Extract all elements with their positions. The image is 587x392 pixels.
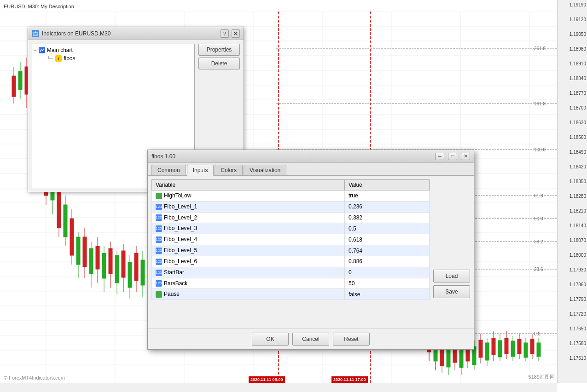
table-cell-variable: 123Fibo_Level_5 <box>152 245 345 256</box>
svg-text:61.8: 61.8 <box>534 193 543 198</box>
svg-rect-84 <box>141 260 145 285</box>
tab-visualization[interactable]: Visualization <box>244 165 286 175</box>
svg-rect-74 <box>109 248 112 274</box>
price-7: 1.18770 <box>570 91 586 96</box>
tab-inputs[interactable]: Inputs <box>187 165 214 176</box>
svg-rect-62 <box>70 219 74 255</box>
table-cell-value[interactable]: 0.764 <box>344 245 429 256</box>
indicators-help-button[interactable]: ? <box>221 29 229 38</box>
table-cell-value[interactable]: 0.236 <box>344 201 429 212</box>
table-row[interactable]: 123Fibo_Level_20.382 <box>152 212 430 223</box>
row-num-icon: 123 <box>156 270 162 276</box>
properties-button[interactable]: Properties <box>198 44 240 56</box>
tree-indicator[interactable]: └─ f fibos <box>34 55 192 62</box>
table-cell-value[interactable]: 0.382 <box>344 212 429 223</box>
tree-expand-icon: − <box>34 48 37 53</box>
cancel-button[interactable]: Cancel <box>292 333 329 346</box>
svg-rect-76 <box>115 255 119 283</box>
price-2: 1.19120 <box>570 17 586 22</box>
row-num-icon: 123 <box>156 214 162 221</box>
price-8: 1.18700 <box>570 105 586 110</box>
svg-rect-188 <box>492 338 495 355</box>
price-11: 1.18490 <box>570 150 586 155</box>
price-17: 1.18070 <box>570 238 586 243</box>
tree-main-chart-label: Main chart <box>47 47 73 53</box>
row-num-icon: 123 <box>156 236 162 243</box>
delete-button[interactable]: Delete <box>198 58 240 69</box>
table-row[interactable]: 123Fibo_Level_60.886 <box>152 256 430 267</box>
svg-rect-68 <box>89 248 93 274</box>
price-20: 1.17860 <box>570 282 586 287</box>
tree-chart-icon <box>39 47 45 53</box>
table-cell-value[interactable]: true <box>344 190 429 202</box>
price-13: 1.18350 <box>570 179 586 184</box>
timestamp-bar-2: 2020.11.11 17:00 <box>331 376 368 383</box>
table-cell-value[interactable]: 0.886 <box>344 256 429 267</box>
side-buttons: Load Save <box>433 179 470 300</box>
price-15: 1.18210 <box>570 208 586 213</box>
fibos-titlebar: fibos 1.00 ─ □ ✕ <box>148 150 474 163</box>
table-row[interactable]: 123Fibo_Level_40.618 <box>152 234 430 245</box>
price-21: 1.17790 <box>570 297 586 302</box>
table-row[interactable]: 123Fibo_Level_10.236 <box>152 201 430 212</box>
row-bool-icon <box>156 291 162 298</box>
table-row[interactable]: 123StartBar0 <box>152 267 430 278</box>
row-num-icon: 123 <box>156 280 162 287</box>
svg-rect-46 <box>18 71 22 90</box>
svg-rect-186 <box>485 343 489 360</box>
maximize-button[interactable]: □ <box>448 153 457 160</box>
tree-main-chart[interactable]: − Main chart <box>34 46 192 54</box>
svg-rect-200 <box>530 339 534 354</box>
fibos-dialog: fibos 1.00 ─ □ ✕ Common Inputs Colors Vi… <box>147 150 474 350</box>
row-num-icon: 123 <box>156 204 162 210</box>
price-3: 1.19050 <box>570 32 586 37</box>
svg-text:50.0: 50.0 <box>534 216 543 221</box>
svg-rect-58 <box>57 191 61 228</box>
price-10: 1.18560 <box>570 135 586 140</box>
indicators-title: Indicators on EURUSD,M30 <box>42 30 218 37</box>
price-14: 1.18280 <box>570 194 586 199</box>
svg-rect-196 <box>517 339 521 354</box>
watermark-right: 5189汇图网 <box>529 374 555 380</box>
col-header-value: Value <box>344 180 429 190</box>
svg-rect-60 <box>64 205 67 237</box>
svg-text:38.2: 38.2 <box>534 239 543 244</box>
tab-common[interactable]: Common <box>151 165 186 175</box>
svg-rect-192 <box>505 338 508 354</box>
save-button[interactable]: Save <box>433 285 470 298</box>
table-cell-value[interactable]: false <box>344 289 429 300</box>
svg-text:100.0: 100.0 <box>534 147 546 152</box>
tree-connector-icon: └─ <box>47 56 53 61</box>
svg-text:161.8: 161.8 <box>534 101 546 106</box>
table-row[interactable]: 123Fibo_Level_30.5 <box>152 223 430 234</box>
price-16: 1.18140 <box>570 223 586 228</box>
tab-colors[interactable]: Colors <box>215 165 243 175</box>
price-1: 1.19190 <box>570 2 586 7</box>
ok-button[interactable]: OK <box>252 333 289 346</box>
table-cell-variable: 123Fibo_Level_3 <box>152 223 345 234</box>
reset-button[interactable]: Reset <box>333 333 370 346</box>
indicators-close-button[interactable]: ✕ <box>232 29 240 38</box>
table-row[interactable]: 123Fibo_Level_50.764 <box>152 245 430 256</box>
fibos-close-button[interactable]: ✕ <box>461 153 470 160</box>
svg-text:0.0: 0.0 <box>534 331 541 336</box>
minimize-button[interactable]: ─ <box>435 153 444 160</box>
table-row[interactable]: HighToLowtrue <box>152 190 430 202</box>
table-cell-value[interactable]: 0.618 <box>344 234 429 245</box>
table-cell-value[interactable]: 0 <box>344 267 429 278</box>
svg-rect-72 <box>102 253 106 278</box>
variables-table: Variable Value HighToLowtrue123Fibo_Leve… <box>151 179 430 300</box>
price-22: 1.17720 <box>570 311 586 317</box>
table-cell-variable: 123Fibo_Level_1 <box>152 201 345 212</box>
svg-rect-44 <box>12 76 16 97</box>
variables-table-wrapper: Variable Value HighToLowtrue123Fibo_Leve… <box>151 179 430 300</box>
row-bool-icon <box>156 193 162 199</box>
price-9: 1.18630 <box>570 120 586 125</box>
table-row[interactable]: 123BarsBack50 <box>152 278 430 289</box>
table-cell-value[interactable]: 0.5 <box>344 223 429 234</box>
table-row[interactable]: Pausefalse <box>152 289 430 300</box>
col-header-variable: Variable <box>152 180 345 190</box>
indicators-icon <box>32 30 39 37</box>
table-cell-value[interactable]: 50 <box>344 278 429 289</box>
load-button[interactable]: Load <box>433 270 470 282</box>
